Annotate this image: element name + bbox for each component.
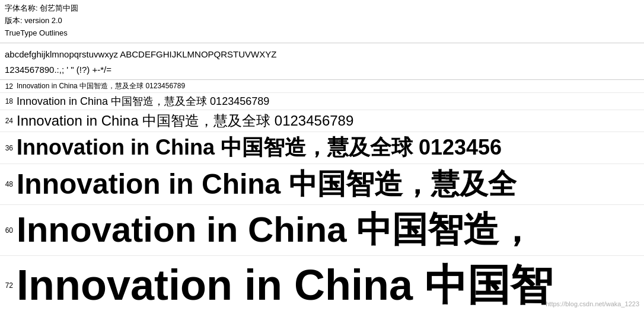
size-label: 24 (0, 117, 17, 125)
sample-text: Innovation in China 中国智造，慧及全球 0123456 (17, 133, 502, 162)
sample-row: 48Innovation in China 中国智造，慧及全 (0, 164, 644, 205)
size-label: 72 (0, 281, 17, 290)
sample-row: 36Innovation in China 中国智造，慧及全球 0123456 (0, 132, 644, 164)
sample-text: Innovation in China 中国智造，慧及全球 0123456789 (17, 81, 185, 91)
size-label: 60 (0, 226, 17, 235)
font-info-panel: 字体名称: 创艺简中圆 版本: version 2.0 TrueType Out… (0, 0, 644, 43)
sample-text: Innovation in China 中国智造， (17, 206, 534, 254)
size-label: 36 (0, 144, 17, 152)
sample-text: Innovation in China 中国智造，慧及全球 0123456789 (17, 94, 269, 108)
watermark-text: https://blog.csdn.net/waka_1223 (546, 300, 639, 307)
sample-row: 24Innovation in China 中国智造，慧及全球 01234567… (0, 110, 644, 132)
sample-text: Innovation in China 中国智造，慧及全球 0123456789 (17, 111, 353, 130)
font-samples-panel: 12Innovation in China 中国智造，慧及全球 01234567… (0, 80, 644, 311)
font-version: 版本: version 2.0 (5, 15, 639, 27)
size-label: 48 (0, 180, 17, 188)
font-outline: TrueType Outlines (5, 27, 639, 40)
sample-row: 18Innovation in China 中国智造，慧及全球 01234567… (0, 93, 644, 110)
sample-text: Innovation in China 中国智造，慧及全 (17, 165, 517, 203)
alphabet-line1: abcdefghijklmnopqrstuvwxyz ABCDEFGHIJKLM… (5, 47, 639, 62)
alphabet-panel: abcdefghijklmnopqrstuvwxyz ABCDEFGHIJKLM… (0, 43, 644, 80)
size-label: 18 (0, 97, 17, 105)
alphabet-line2: 1234567890.:,; ' " (!?) +-*/= (5, 62, 639, 78)
size-label: 12 (0, 82, 17, 91)
sample-row: 60Innovation in China 中国智造， (0, 205, 644, 256)
sample-row: 12Innovation in China 中国智造，慧及全球 01234567… (0, 80, 644, 93)
sample-text: Innovation in China 中国智 (17, 257, 553, 311)
font-name: 字体名称: 创艺简中圆 (5, 2, 639, 15)
